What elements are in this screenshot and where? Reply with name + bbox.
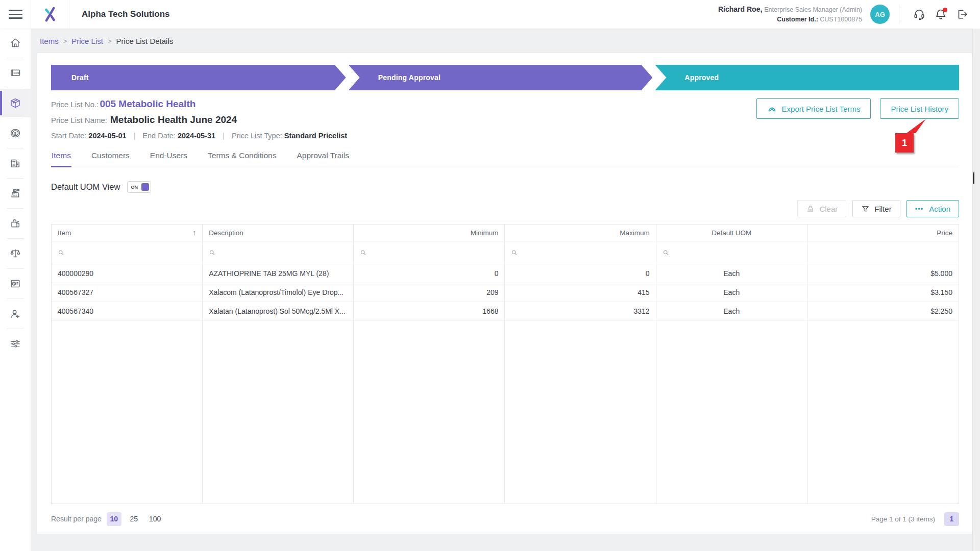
step-approved: Approved: [655, 65, 959, 90]
sidebar-item-compliance[interactable]: [0, 239, 31, 268]
support-headset-icon[interactable]: [909, 4, 930, 25]
sidebar-item-home[interactable]: [0, 29, 31, 57]
table-footer: Result per page 10 25 100 Page 1 of 1 (3…: [51, 504, 959, 534]
column-header-maximum[interactable]: Maximum: [505, 224, 656, 241]
column-header-item[interactable]: Item ↑: [52, 224, 203, 241]
breadcrumb-price-list[interactable]: Price List: [71, 37, 103, 45]
empty-cell: [656, 321, 807, 504]
table-cell: Each: [656, 283, 807, 302]
per-page-100[interactable]: 100: [146, 512, 163, 526]
breadcrumb-items[interactable]: Items: [40, 37, 59, 45]
avatar[interactable]: AG: [870, 5, 890, 24]
scrollbar-thumb[interactable]: [973, 172, 974, 184]
sidebar-item-items[interactable]: [0, 89, 31, 117]
logout-icon[interactable]: [951, 4, 973, 25]
crm-icon: CRM: [9, 67, 21, 79]
sidebar-item-crm[interactable]: CRM: [0, 59, 31, 87]
tab-items[interactable]: Items: [51, 149, 71, 167]
empty-cell: [505, 321, 656, 504]
filter-cell-item[interactable]: [52, 241, 203, 264]
app-logo[interactable]: [31, 0, 69, 29]
filter-input-default-uom[interactable]: [673, 249, 800, 257]
page-summary: Page 1 of 1 (3 items): [871, 515, 935, 523]
toggle-knob: [141, 183, 149, 191]
search-icon: [511, 249, 518, 257]
package-icon: [9, 97, 21, 109]
price-list-history-button[interactable]: Price List History: [880, 98, 959, 119]
tab-approval-trails[interactable]: Approval Trails: [296, 149, 350, 167]
svg-text:CRM: CRM: [13, 71, 20, 74]
search-icon: [663, 249, 670, 257]
breadcrumb-current: Price List Details: [116, 37, 174, 45]
price-list-no-value: 005 Metabolic Health: [100, 98, 195, 110]
end-date-value: 2024-05-31: [178, 132, 215, 140]
tab-customers[interactable]: Customers: [91, 149, 130, 167]
table-cell: 3312: [505, 302, 656, 321]
top-bar: Alpha Tech Solutions Richard Roe, Enterp…: [0, 0, 980, 29]
table-cell: 209: [354, 283, 505, 302]
filter-button[interactable]: Filter: [852, 200, 900, 217]
sidebar-item-pos[interactable]: [0, 179, 31, 208]
column-header-default-uom[interactable]: Default UOM: [656, 224, 807, 241]
table-cell: $3.150: [807, 283, 959, 302]
table-cell: 0: [354, 264, 505, 283]
export-pdf-icon: [767, 104, 777, 114]
per-page-10[interactable]: 10: [107, 512, 121, 526]
default-uom-view-label: Default UOM View: [51, 182, 120, 192]
sidebar-item-orders[interactable]: [0, 209, 31, 238]
vertical-scrollbar[interactable]: [972, 29, 980, 551]
sidebar-item-settings[interactable]: [0, 330, 31, 358]
table-cell: $2.250: [807, 302, 959, 321]
sidebar-item-organization[interactable]: [0, 149, 31, 178]
per-page-25[interactable]: 25: [127, 512, 141, 526]
sort-asc-icon[interactable]: ↑: [192, 229, 196, 237]
action-button[interactable]: ••• Action: [906, 200, 959, 217]
page-1-button[interactable]: 1: [944, 512, 959, 526]
notifications-bell-icon[interactable]: [930, 4, 951, 25]
filter-input-minimum[interactable]: [371, 249, 498, 257]
price-list-no-label: Price List No.:: [51, 100, 99, 109]
settings-sliders-icon: [9, 338, 21, 350]
pricing-coin-icon: $: [9, 127, 21, 139]
table-cell: Xalacom (Latanoprost/Timolol) Eye Drop..…: [203, 283, 354, 302]
column-header-minimum[interactable]: Minimum: [354, 224, 505, 241]
annotation-pointer: [905, 119, 926, 133]
empty-cell: [52, 321, 203, 504]
clear-button[interactable]: Clear: [797, 200, 846, 217]
filter-cell-description[interactable]: [203, 241, 354, 264]
column-header-description[interactable]: Description: [203, 224, 354, 241]
tab-end-users[interactable]: End-Users: [150, 149, 188, 167]
table-cell: 400000290: [52, 264, 203, 283]
export-price-list-terms-button[interactable]: Export Price List Terms: [756, 98, 871, 119]
table-cell: Each: [656, 264, 807, 283]
table-cell: 400567340: [52, 302, 203, 321]
filter-input-item[interactable]: [69, 249, 196, 257]
customer-id-label: Customer Id.:: [777, 16, 818, 23]
user-info: Richard Roe, Enterprise Sales Manager (A…: [718, 4, 862, 24]
search-icon: [209, 249, 216, 257]
default-uom-view-toggle[interactable]: ON: [127, 181, 151, 193]
filter-input-description[interactable]: [220, 249, 347, 257]
sidebar-item-users[interactable]: [0, 299, 31, 328]
hamburger-menu-icon[interactable]: [0, 0, 31, 29]
step-pending-approval: Pending Approval: [349, 65, 653, 90]
filter-funnel-icon: [861, 205, 870, 213]
tab-terms-conditions[interactable]: Terms & Conditions: [207, 149, 277, 167]
filter-input-maximum[interactable]: [522, 249, 649, 257]
user-name: Richard Roe,: [718, 5, 762, 13]
filter-cell-minimum[interactable]: [354, 241, 505, 264]
sidebar-item-reports[interactable]: [0, 269, 31, 298]
svg-text:$: $: [14, 131, 17, 136]
sidebar-item-pricing[interactable]: $: [0, 119, 31, 147]
filter-cell-maximum[interactable]: [505, 241, 656, 264]
home-icon: [9, 37, 21, 49]
table-cell: Each: [656, 302, 807, 321]
approval-stepper: Draft Pending Approval Approved: [51, 65, 959, 90]
add-user-icon: [9, 308, 21, 320]
column-header-price[interactable]: Price: [807, 224, 959, 241]
price-list-summary: Price List No.: 005 Metabolic Health Pri…: [51, 98, 347, 140]
breadcrumb: Items > Price List > Price List Details: [31, 29, 972, 53]
shopping-bags-icon: [9, 217, 21, 230]
filter-cell-default-uom[interactable]: [656, 241, 807, 264]
search-icon: [58, 249, 65, 257]
